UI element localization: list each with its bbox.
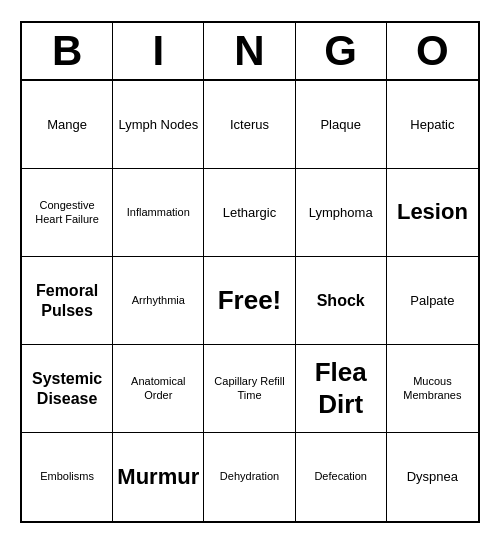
bingo-cell-3: Plaque xyxy=(296,81,387,169)
bingo-card: BINGO MangeLymph NodesIcterusPlaqueHepat… xyxy=(20,21,480,523)
bingo-cell-8: Lymphoma xyxy=(296,169,387,257)
header-letter-O: O xyxy=(387,23,478,79)
bingo-cell-7: Lethargic xyxy=(204,169,295,257)
bingo-cell-16: Anatomical Order xyxy=(113,345,204,433)
bingo-cell-10: Femoral Pulses xyxy=(22,257,113,345)
header-letter-I: I xyxy=(113,23,204,79)
bingo-cell-2: Icterus xyxy=(204,81,295,169)
bingo-cell-5: Congestive Heart Failure xyxy=(22,169,113,257)
bingo-header: BINGO xyxy=(22,23,478,81)
bingo-cell-12: Free! xyxy=(204,257,295,345)
bingo-cell-15: Systemic Disease xyxy=(22,345,113,433)
bingo-cell-21: Murmur xyxy=(113,433,204,521)
bingo-cell-0: Mange xyxy=(22,81,113,169)
header-letter-B: B xyxy=(22,23,113,79)
bingo-cell-6: Inflammation xyxy=(113,169,204,257)
bingo-grid: MangeLymph NodesIcterusPlaqueHepaticCong… xyxy=(22,81,478,521)
bingo-cell-20: Embolisms xyxy=(22,433,113,521)
bingo-cell-1: Lymph Nodes xyxy=(113,81,204,169)
bingo-cell-17: Capillary Refill Time xyxy=(204,345,295,433)
bingo-cell-13: Shock xyxy=(296,257,387,345)
bingo-cell-18: Flea Dirt xyxy=(296,345,387,433)
header-letter-N: N xyxy=(204,23,295,79)
bingo-cell-24: Dyspnea xyxy=(387,433,478,521)
bingo-cell-9: Lesion xyxy=(387,169,478,257)
header-letter-G: G xyxy=(296,23,387,79)
bingo-cell-4: Hepatic xyxy=(387,81,478,169)
bingo-cell-19: Mucous Membranes xyxy=(387,345,478,433)
bingo-cell-23: Defecation xyxy=(296,433,387,521)
bingo-cell-11: Arrhythmia xyxy=(113,257,204,345)
bingo-cell-22: Dehydration xyxy=(204,433,295,521)
bingo-cell-14: Palpate xyxy=(387,257,478,345)
